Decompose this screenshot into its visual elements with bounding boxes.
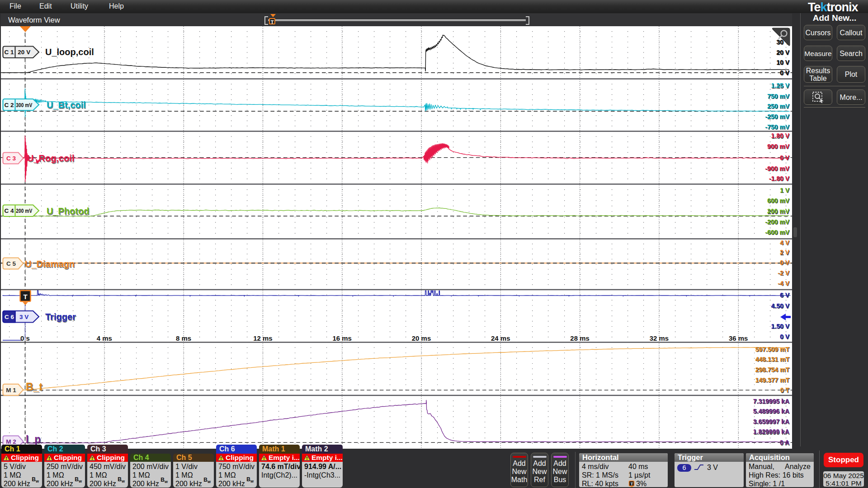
svg-text:2 V: 2 V [780,249,790,256]
svg-text:U_loop,coil: U_loop,coil [45,47,94,57]
svg-text:0 V: 0 V [780,69,790,76]
svg-text:I_p: I_p [26,433,41,445]
svg-text:1.80 V: 1.80 V [771,132,790,139]
svg-text:200 mV: 200 mV [767,207,790,215]
svg-text:4 V: 4 V [780,239,790,246]
svg-text:C 5: C 5 [6,260,16,267]
svg-text:-2 V: -2 V [778,269,789,277]
svg-text:Trigger: Trigger [45,312,76,322]
svg-text:10 V: 10 V [776,59,789,66]
svg-text:0 T: 0 T [780,386,790,394]
svg-text:8 ms: 8 ms [176,334,191,342]
svg-text:T: T [23,293,27,300]
svg-text:24 ms: 24 ms [491,334,510,342]
svg-text:C 3: C 3 [6,155,16,162]
svg-text:M 1: M 1 [6,387,16,394]
svg-text:-4 V: -4 V [778,280,789,287]
svg-text:298.754 mT: 298.754 mT [755,366,790,373]
svg-text:U_Rog,coil: U_Rog,coil [27,153,74,163]
svg-text:-250 mV: -250 mV [765,113,789,120]
svg-text:16 ms: 16 ms [332,334,352,342]
svg-text:-900 mV: -900 mV [765,165,789,172]
svg-text:B_t: B_t [26,381,42,393]
svg-text:1 V: 1 V [780,187,790,194]
svg-text:C 1: C 1 [4,49,14,56]
svg-text:0 A: 0 A [780,439,789,446]
svg-text:12 ms: 12 ms [253,334,273,342]
svg-text:3 V: 3 V [19,314,28,320]
svg-text:300 mV: 300 mV [16,102,32,108]
svg-text:0 V: 0 V [780,259,790,266]
svg-text:149.377 mT: 149.377 mT [755,376,790,384]
svg-text:600 mV: 600 mV [767,197,790,204]
svg-text:900 mV: 900 mV [767,143,790,150]
svg-text:-200 mV: -200 mV [765,218,789,225]
svg-text:0 V: 0 V [780,333,790,340]
svg-text:1.50 V: 1.50 V [771,323,790,330]
svg-text:597.509 mT: 597.509 mT [755,346,790,353]
svg-text:750 mV: 750 mV [767,93,790,100]
svg-text:6 V: 6 V [780,291,790,299]
svg-text:-750 mV: -750 mV [765,123,789,131]
svg-text:-1.80 V: -1.80 V [769,175,790,182]
svg-text:250 mV: 250 mV [767,103,790,110]
svg-text:C 6: C 6 [5,314,14,320]
svg-text:20 ms: 20 ms [412,334,431,342]
svg-text:C 2: C 2 [4,102,14,108]
svg-text:M 2: M 2 [6,438,16,445]
svg-text:200 mV: 200 mV [16,207,32,214]
svg-text:32 ms: 32 ms [650,334,669,342]
svg-text:448.131 mT: 448.131 mT [755,356,790,363]
svg-text:U_Photod: U_Photod [47,206,89,216]
svg-text:36 ms: 36 ms [729,334,748,342]
svg-text:7.319995 kA: 7.319995 kA [753,398,789,405]
svg-text:0 s: 0 s [20,334,30,342]
svg-text:1.829999 kA: 1.829999 kA [753,428,789,435]
svg-text:5.489996 kA: 5.489996 kA [753,408,789,415]
svg-text:0 V: 0 V [780,154,790,161]
svg-text:4 ms: 4 ms [97,334,112,342]
svg-text:T: T [631,482,633,486]
svg-text:C 4: C 4 [4,207,14,214]
svg-text:U_Diamagn: U_Diamagn [25,259,75,269]
svg-text:3.659997 kA: 3.659997 kA [753,418,789,425]
svg-text:20 V: 20 V [776,49,789,56]
svg-text:U_Bt,coil: U_Bt,coil [47,100,86,110]
svg-text:4.50 V: 4.50 V [771,302,790,310]
svg-text:28 ms: 28 ms [570,334,590,342]
svg-text:-600 mV: -600 mV [765,229,789,236]
svg-text:1.25 V: 1.25 V [771,82,790,89]
svg-text:20 V: 20 V [18,49,30,56]
